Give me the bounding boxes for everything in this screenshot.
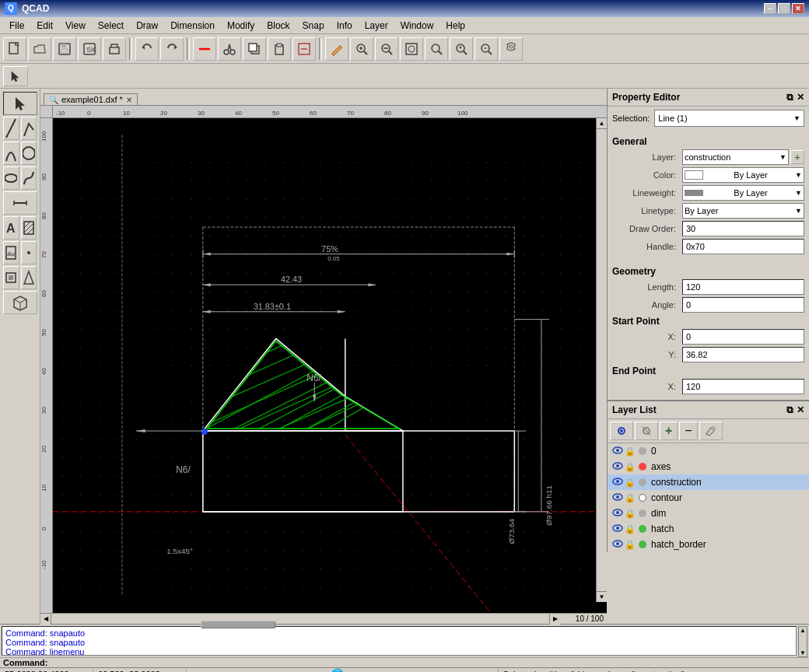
cmd-scroll-up[interactable]: ▲ xyxy=(799,627,807,634)
pencil-button[interactable] xyxy=(325,37,348,61)
menu-select[interactable]: Select xyxy=(92,19,130,33)
tool-pattern[interactable] xyxy=(3,266,19,289)
minimize-button[interactable]: − xyxy=(764,3,776,14)
close-button[interactable]: ✕ xyxy=(792,3,804,14)
layer-close-icon[interactable]: ✕ xyxy=(797,404,804,415)
length-value[interactable]: 120 xyxy=(682,279,804,295)
layer-hide-all-button[interactable] xyxy=(635,422,658,440)
tool-hatch[interactable] xyxy=(21,216,37,240)
edit-button[interactable]: SIG xyxy=(78,37,101,61)
layer-eye-icon[interactable] xyxy=(612,492,623,503)
tool-spline[interactable] xyxy=(21,166,37,190)
zoom-prev-button[interactable] xyxy=(450,37,473,61)
layer-item[interactable]: 🔒 0 xyxy=(608,443,809,459)
restore-icon[interactable]: ⧉ xyxy=(786,92,793,103)
new-button[interactable] xyxy=(3,37,26,61)
menu-help[interactable]: Help xyxy=(440,19,471,33)
layer-add-button[interactable]: + xyxy=(660,422,678,440)
layer-restore-icon[interactable]: ⧉ xyxy=(786,404,793,415)
tool-arc[interactable] xyxy=(3,142,19,165)
tool-line[interactable] xyxy=(3,117,19,140)
layer-item[interactable]: 🔒 dim xyxy=(608,506,809,521)
scroll-down-button[interactable]: ▼ xyxy=(597,591,607,602)
linetype-dropdown[interactable]: By Layer ▼ xyxy=(682,203,804,219)
zoom-out-button[interactable] xyxy=(375,37,398,61)
delete-button[interactable] xyxy=(193,37,216,61)
layer-eye-icon[interactable] xyxy=(612,523,623,534)
layer-item[interactable]: 🔒 axes xyxy=(608,459,809,474)
lock-icon[interactable]: 🔒 xyxy=(625,540,636,550)
tool-ellipse[interactable] xyxy=(3,166,19,190)
maximize-button[interactable]: □ xyxy=(778,3,790,14)
drawing-viewport[interactable]: 75% 0.05 42.43 31.83±0.1 N6/ xyxy=(53,118,607,613)
paste-button[interactable] xyxy=(268,37,291,61)
menu-snap[interactable]: Snap xyxy=(296,19,331,33)
tab-close-icon[interactable]: ✕ xyxy=(126,96,132,104)
start-y-value[interactable]: 36.82 xyxy=(682,347,804,362)
draw-order-value[interactable]: 30 xyxy=(682,221,804,236)
tool-3d-view[interactable] xyxy=(3,291,37,314)
layer-show-all-button[interactable] xyxy=(610,422,633,440)
tool-text[interactable]: A xyxy=(3,216,19,240)
settings-button[interactable] xyxy=(499,37,523,61)
layer-eye-icon[interactable] xyxy=(612,508,623,519)
menu-file[interactable]: File xyxy=(3,19,30,33)
lock-icon[interactable]: 🔒 xyxy=(625,509,636,519)
tool-point[interactable] xyxy=(21,241,37,264)
scroll-right-button[interactable]: ▶ xyxy=(549,614,560,625)
paste2-button[interactable] xyxy=(292,37,316,61)
lock-icon[interactable]: 🔒 xyxy=(625,478,636,488)
menu-window[interactable]: Window xyxy=(394,19,440,33)
layer-eye-icon[interactable] xyxy=(612,461,623,472)
undo-button[interactable] xyxy=(135,37,159,61)
lock-icon[interactable]: 🔒 xyxy=(625,462,636,472)
tool-image[interactable] xyxy=(3,241,19,264)
menu-edit[interactable]: Edit xyxy=(30,19,59,33)
vertical-scrollbar[interactable]: ▲ ▼ xyxy=(596,118,607,602)
menu-layer[interactable]: Layer xyxy=(359,19,394,33)
drawing-tab[interactable]: 🔍 example01.dxf * ✕ xyxy=(44,93,138,105)
tool-select[interactable] xyxy=(3,92,37,115)
end-x-value[interactable]: 120 xyxy=(682,379,804,394)
start-x-value[interactable]: 0 xyxy=(682,329,804,345)
select-pointer-button[interactable] xyxy=(3,66,28,86)
print-button[interactable] xyxy=(103,37,126,61)
save-button[interactable] xyxy=(53,37,76,61)
menu-view[interactable]: View xyxy=(59,19,92,33)
menu-draw[interactable]: Draw xyxy=(130,19,164,33)
menu-info[interactable]: Info xyxy=(331,19,359,33)
layer-dropdown[interactable]: construction ▼ xyxy=(682,149,789,165)
layer-eye-icon[interactable] xyxy=(612,539,623,550)
layer-item[interactable]: 🔒 construction xyxy=(608,474,809,490)
scroll-left-button[interactable]: ◀ xyxy=(40,614,51,625)
lock-icon[interactable]: 🔒 xyxy=(625,446,636,457)
zoom-fit-button[interactable] xyxy=(400,37,423,61)
layer-item[interactable]: 🔒 contour xyxy=(608,490,809,506)
scroll-up-button[interactable]: ▲ xyxy=(597,118,607,129)
layer-item[interactable]: 🔒 hatch_border xyxy=(608,537,809,552)
layer-remove-button[interactable]: − xyxy=(679,422,697,440)
tool-polyline[interactable] xyxy=(21,117,37,140)
layer-add-button[interactable]: + xyxy=(790,150,804,164)
angle-value[interactable]: 0 xyxy=(682,297,804,313)
cut-button[interactable] xyxy=(218,37,241,61)
cmd-scrollbar[interactable]: ▲ ▼ xyxy=(798,626,807,657)
zoom-window-button[interactable] xyxy=(425,37,448,61)
open-button[interactable] xyxy=(28,37,51,61)
layer-eye-icon[interactable] xyxy=(612,477,623,488)
menu-dimension[interactable]: Dimension xyxy=(164,19,221,33)
close-panel-icon[interactable]: ✕ xyxy=(797,92,804,103)
cmd-scroll-down[interactable]: ▼ xyxy=(799,649,807,656)
menu-block[interactable]: Block xyxy=(261,19,296,33)
color-dropdown[interactable]: By Layer ▼ xyxy=(682,167,804,183)
layer-item[interactable]: 🔒 hatch xyxy=(608,521,809,537)
tool-edit-solid[interactable] xyxy=(21,266,37,289)
zoom-in-button[interactable] xyxy=(350,37,373,61)
copy-button[interactable] xyxy=(243,37,266,61)
horizontal-scrollbar[interactable]: ◀ ▶ 10 / 100 xyxy=(40,613,607,624)
lock-icon[interactable]: 🔒 xyxy=(625,524,636,534)
tool-dimension[interactable] xyxy=(3,191,37,215)
lineweight-dropdown[interactable]: By Layer ▼ xyxy=(682,185,804,201)
zoom-back-button[interactable] xyxy=(475,37,498,61)
tool-circle[interactable] xyxy=(21,142,37,165)
